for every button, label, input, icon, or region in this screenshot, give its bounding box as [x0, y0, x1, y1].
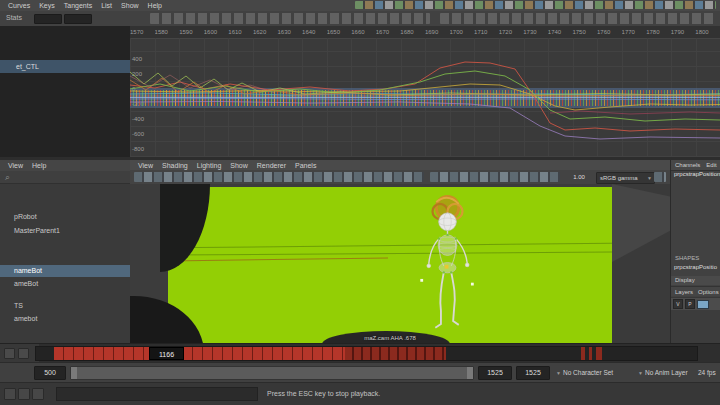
anim-layer-label: No Anim Layer	[645, 369, 688, 376]
timeline-option-icon[interactable]	[18, 348, 29, 359]
graph-toolbar-icons-right[interactable]	[440, 13, 715, 24]
stats-field-1[interactable]	[34, 14, 62, 24]
menu-item[interactable]: Tangents	[64, 2, 92, 9]
outliner-item[interactable]: pRobot	[0, 211, 130, 223]
menu-item[interactable]: Panels	[295, 162, 316, 169]
menu-item[interactable]: Channels	[675, 162, 700, 168]
channel-box-menubar: ChannelsEdit	[671, 160, 720, 171]
menu-item[interactable]: Lighting	[197, 162, 222, 169]
timeline-left-controls	[0, 344, 39, 363]
graph-editor-toolbar: Stats	[0, 11, 720, 27]
view-transform-dropdown[interactable]: sRGB gamma▼	[596, 172, 655, 184]
menu-item[interactable]: Help	[32, 162, 46, 169]
ruler-label: 1800	[695, 29, 720, 35]
character-set-dropdown[interactable]: ▼No Character Set	[556, 367, 613, 378]
shapes-section-label: SHAPES	[671, 255, 720, 261]
viewport-toolbar-icons-left[interactable]	[134, 172, 424, 182]
range-end-field[interactable]: 1525	[478, 366, 512, 380]
layer-color-swatch[interactable]	[697, 300, 709, 309]
greenscreen-backdrop	[168, 187, 612, 343]
range-handle-left[interactable]	[71, 367, 77, 379]
menu-item[interactable]: Shading	[162, 162, 188, 169]
animation-end-field[interactable]: 1525	[516, 366, 550, 380]
viewport-toolbar-icons-mid[interactable]	[430, 172, 560, 182]
character-legs	[435, 272, 458, 327]
help-line-icon[interactable]	[32, 388, 44, 400]
stats-label: Stats	[6, 14, 22, 21]
time-slider[interactable]: 1166	[0, 343, 720, 363]
middle-section: ViewHelp ⌕ pRobot MasterParent1 nameBot …	[0, 160, 720, 343]
menu-item[interactable]: List	[101, 2, 112, 9]
channel-item[interactable]: et_CTL	[0, 60, 130, 73]
graph-curve-area[interactable]: 1570158015901600161016201630164016501660…	[130, 26, 720, 157]
graph-editor-menubar-icons[interactable]	[355, 1, 716, 9]
search-icon[interactable]: ⌕	[5, 171, 10, 183]
menu-item[interactable]: View	[8, 162, 23, 169]
menu-item[interactable]: Edit	[706, 162, 716, 168]
chevron-down-icon: ▼	[638, 370, 643, 376]
ruler-label: 1650	[327, 29, 352, 35]
outliner-item[interactable]: TS	[0, 300, 130, 312]
layer-editor-tab[interactable]: Display	[671, 276, 720, 285]
animation-curves	[130, 38, 720, 157]
menu-item[interactable]: Curves	[8, 2, 30, 9]
ruler-label: 1580	[155, 29, 180, 35]
ruler-label: 1720	[499, 29, 524, 35]
outliner-item[interactable]: ameBot	[0, 278, 130, 290]
timeline-option-icon[interactable]	[4, 348, 15, 359]
animation-start-field[interactable]: 500	[34, 366, 66, 380]
view-transform-value: sRGB gamma	[600, 175, 638, 181]
stats-field-2[interactable]	[64, 14, 92, 24]
timeline-track[interactable]: 1166	[35, 346, 698, 361]
outliner-item[interactable]: nameBot	[0, 265, 130, 277]
outliner-item[interactable]: MasterParent1	[0, 225, 130, 237]
shape-node-name[interactable]: prpcstrapPositio	[671, 264, 720, 270]
layer-playback-toggle[interactable]: P	[685, 299, 695, 309]
command-line-icon[interactable]	[4, 388, 16, 400]
outliner-list[interactable]: pRobot MasterParent1 nameBot ameBot TS a…	[0, 183, 130, 343]
anim-layer-dropdown[interactable]: ▼No Anim Layer	[638, 367, 688, 378]
layer-editor-menus: LayersOptions	[671, 287, 720, 296]
ruler-label: 1630	[277, 29, 302, 35]
fps-indicator[interactable]: 24 fps	[698, 367, 716, 378]
range-handle-right[interactable]	[467, 367, 473, 379]
menu-item[interactable]: Options	[698, 289, 719, 295]
ruler-label: 1620	[253, 29, 278, 35]
keyframe-region-dim	[596, 347, 602, 360]
maya-window: CurvesKeysTangentsListShowHelp Stats et_…	[0, 0, 720, 405]
menu-item[interactable]: Renderer	[257, 162, 286, 169]
layer-visibility-toggle[interactable]: V	[673, 299, 683, 309]
menu-item[interactable]: View	[138, 162, 153, 169]
character-head	[439, 213, 457, 231]
character-rig[interactable]	[410, 188, 485, 338]
display-layer-row[interactable]: V P	[671, 297, 720, 310]
keyframe-region-dim	[581, 347, 585, 360]
range-slider-bar: 500 1525 1525 ▼No Character Set ▼No Anim…	[0, 362, 720, 383]
ruler-label: 1610	[228, 29, 253, 35]
range-slider[interactable]	[70, 366, 474, 380]
current-frame-indicator[interactable]: 1166	[149, 347, 184, 360]
menu-item[interactable]: Keys	[39, 2, 55, 9]
viewport-menus: ViewShadingLightingShowRendererPanels	[130, 160, 670, 170]
script-editor-icon[interactable]	[18, 388, 30, 400]
ruler-label: 1690	[425, 29, 450, 35]
graph-toolbar-icons-left[interactable]	[150, 13, 430, 24]
menu-item[interactable]: Show	[230, 162, 248, 169]
graph-channel-tree[interactable]: et_CTL	[0, 26, 131, 157]
stage-line	[168, 243, 612, 249]
viewport-toolbar-icons-right[interactable]	[654, 172, 666, 182]
selected-object-name[interactable]: prpcstrapPosition_	[671, 171, 720, 177]
menu-item[interactable]: Show	[121, 2, 139, 9]
off-camera-region	[612, 184, 670, 343]
ruler-label: 1700	[450, 29, 475, 35]
ruler-label: 1740	[548, 29, 573, 35]
menu-item[interactable]: Help	[148, 2, 162, 9]
viewport-canvas[interactable]: maZ.cam AHA .678	[130, 184, 670, 343]
ruler-label: 1570	[130, 29, 155, 35]
ruler-label: 1770	[622, 29, 647, 35]
outliner-item[interactable]: amebot	[0, 313, 130, 325]
graph-editor-body: et_CTL 157015801590160016101620163016401…	[0, 26, 720, 157]
menu-item[interactable]: Layers	[675, 289, 693, 295]
command-line-input[interactable]	[56, 387, 258, 401]
exposure-field[interactable]: 1.00	[567, 173, 591, 181]
